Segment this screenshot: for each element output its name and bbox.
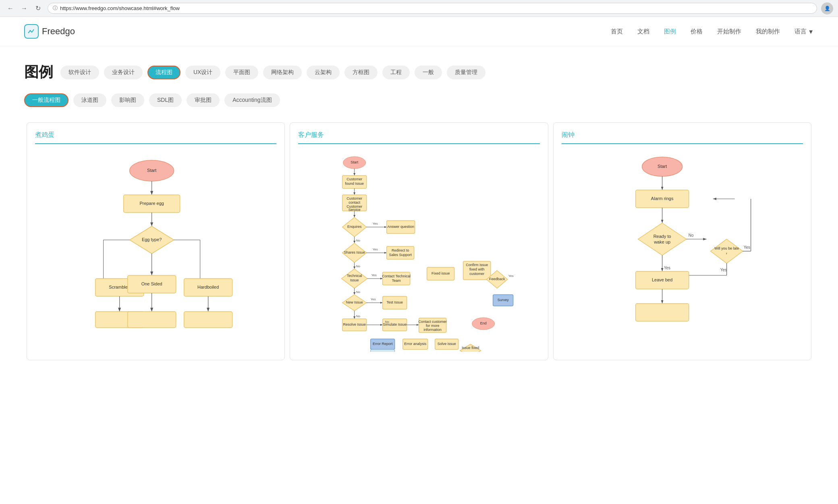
logo-area: Freedgo: [24, 24, 75, 39]
cat-block[interactable]: 方框图: [344, 66, 378, 79]
svg-text:Redirect to: Redirect to: [392, 248, 409, 252]
cat-flowchart[interactable]: 流程图: [147, 66, 180, 79]
diagram-card-customer[interactable]: 客户服务 Start Customer fo: [290, 122, 548, 360]
nav-create[interactable]: 开始制作: [717, 28, 741, 35]
svg-text:Yes: Yes: [373, 248, 378, 251]
cat-cloud[interactable]: 云架构: [307, 66, 340, 79]
diagram-body-customer: Start Customer found Issue Customer cont…: [298, 151, 539, 352]
svg-text:No: No: [356, 290, 361, 294]
svg-text:Contact Technical: Contact Technical: [382, 274, 411, 278]
cat-floor-plan[interactable]: 平面图: [225, 66, 258, 79]
svg-text:Issue: Issue: [350, 278, 359, 282]
nav-examples[interactable]: 图例: [664, 28, 676, 35]
svg-text:Yes: Yes: [373, 222, 378, 225]
browser-chrome: ← → ↻ ⓘ https://www.freedgo.com/showcase…: [0, 0, 838, 17]
diagram-card-alarm[interactable]: 闹钟 Start Alarm rings: [553, 122, 811, 360]
diagram-body-egg: Start Prepare egg Egg type?: [35, 151, 276, 344]
address-bar[interactable]: ⓘ https://www.freedgo.com/showcase.html#…: [48, 3, 817, 14]
svg-text:Ready to: Ready to: [653, 234, 671, 239]
svg-text:Yes: Yes: [371, 273, 377, 277]
nav-home[interactable]: 首页: [611, 28, 623, 35]
egg-prepare-label: Prepare egg: [139, 201, 164, 206]
svg-text:Survey: Survey: [498, 298, 509, 302]
page-title: 图例: [24, 62, 53, 82]
user-avatar[interactable]: 👤: [821, 2, 833, 14]
nav-docs[interactable]: 文档: [637, 28, 649, 35]
cat-network[interactable]: 网络架构: [263, 66, 302, 79]
alarm-rings-label: Alarm rings: [651, 196, 674, 201]
egg-flowchart-svg: Start Prepare egg Egg type?: [35, 151, 276, 344]
alarm-start-label: Start: [658, 164, 667, 169]
sub-accounting[interactable]: Accounting流图: [224, 93, 280, 107]
svg-text:Will you be late: Will you be late: [714, 246, 739, 250]
svg-text:Shares Issue: Shares Issue: [344, 250, 365, 254]
svg-text:r: r: [726, 252, 727, 255]
browser-nav: ← → ↻: [5, 3, 44, 14]
svg-text:fixed with: fixed with: [469, 267, 485, 271]
svg-text:Error Report: Error Report: [373, 342, 393, 346]
svg-text:Yes: Yes: [664, 266, 670, 270]
svg-text:Yes: Yes: [371, 297, 376, 301]
alarm-leave-label: Leave bed: [652, 277, 672, 282]
nav-my-work[interactable]: 我的制作: [756, 28, 780, 35]
svg-text:for more: for more: [426, 324, 440, 328]
svg-text:New Issue: New Issue: [346, 300, 363, 304]
logo-icon: [24, 24, 39, 39]
svg-text:information: information: [424, 328, 442, 332]
nav-language[interactable]: 语言 ▼: [794, 28, 814, 35]
svg-text:Customer: Customer: [346, 196, 362, 200]
svg-text:No: No: [356, 314, 361, 318]
main-content: 图例 软件设计 业务设计 流程图 UX设计 平面图 网络架构 云架构 方框图 工…: [0, 46, 838, 379]
sub-sdl[interactable]: SDL图: [149, 93, 182, 107]
sub-influence[interactable]: 影响图: [111, 93, 144, 107]
svg-text:Test Issue: Test Issue: [387, 300, 403, 304]
svg-text:contact: contact: [348, 200, 361, 204]
sub-approval[interactable]: 审批图: [187, 93, 220, 107]
egg-hardboiled-label: Hardboiled: [197, 285, 219, 289]
svg-text:Contact customer: Contact customer: [419, 320, 447, 324]
egg-type-label: Egg type?: [142, 237, 162, 242]
svg-text:found Issue: found Issue: [345, 182, 364, 186]
diagram-card-egg[interactable]: 煮鸡蛋 Start Prepare egg: [27, 122, 285, 360]
chevron-down-icon: ▼: [808, 28, 814, 35]
svg-point-0: [30, 30, 31, 31]
svg-text:Confirm issue: Confirm issue: [466, 263, 488, 267]
svg-text:Issue fixed: Issue fixed: [462, 346, 479, 350]
diagrams-grid: 煮鸡蛋 Start Prepare egg: [24, 120, 814, 363]
nav-price[interactable]: 价格: [691, 28, 703, 35]
cat-business-design[interactable]: 业务设计: [104, 66, 143, 79]
svg-marker-117: [710, 239, 743, 263]
cat-ux[interactable]: UX设计: [185, 66, 220, 79]
cat-quality[interactable]: 质量管理: [447, 66, 485, 79]
sub-general-flow[interactable]: 一般流程图: [24, 93, 68, 107]
svg-text:Fixed issue: Fixed issue: [431, 271, 450, 275]
svg-rect-130: [635, 304, 689, 321]
svg-rect-22: [184, 312, 232, 328]
svg-text:Enquires: Enquires: [347, 225, 362, 229]
cat-general[interactable]: 一般: [415, 66, 442, 79]
url-text: https://www.freedgo.com/showcase.html#wo…: [60, 5, 180, 11]
svg-text:Customer: Customer: [346, 177, 362, 181]
cat-engineering[interactable]: 工程: [382, 66, 410, 79]
diagram-title-customer: 客户服务: [298, 131, 539, 144]
lock-icon: ⓘ: [53, 5, 58, 12]
svg-text:Sales Support: Sales Support: [389, 253, 412, 257]
back-button[interactable]: ←: [5, 3, 16, 14]
egg-onesided-label: One Sided: [141, 281, 162, 286]
svg-text:Solve issue: Solve issue: [438, 342, 456, 346]
diagram-title-alarm: 闹钟: [562, 131, 803, 144]
refresh-button[interactable]: ↻: [32, 3, 44, 14]
svg-text:Resolve Issue: Resolve Issue: [343, 322, 366, 326]
svg-text:End: End: [480, 321, 487, 325]
cat-software-design[interactable]: 软件设计: [60, 66, 99, 79]
egg-scrambled-label: Scrambled: [109, 285, 130, 289]
svg-text:Yes: Yes: [508, 274, 514, 278]
forward-button[interactable]: →: [19, 3, 30, 14]
svg-rect-21: [128, 312, 176, 328]
sub-swim-lane[interactable]: 泳道图: [73, 93, 106, 107]
svg-text:No: No: [385, 320, 390, 324]
svg-text:Answer question: Answer question: [388, 225, 415, 229]
svg-text:Yes: Yes: [720, 268, 726, 272]
svg-text:Team: Team: [392, 279, 401, 283]
site-header: Freedgo 首页 文档 图例 价格 开始制作 我的制作 语言 ▼: [0, 17, 838, 46]
